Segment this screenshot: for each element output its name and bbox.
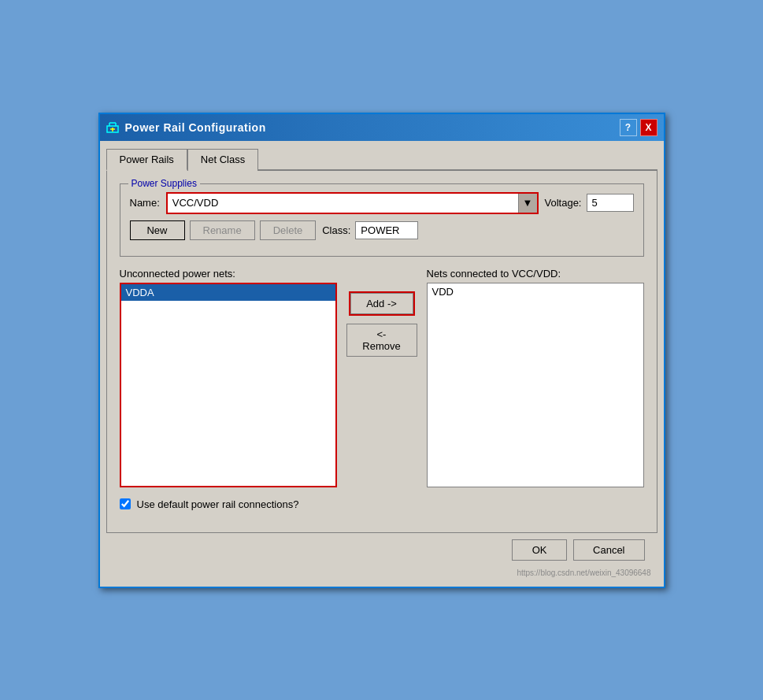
power-supplies-section: Power Supplies Name: VCC/VDD VCC VDD GND…: [120, 183, 644, 257]
watermark: https://blog.csdn.net/weixin_43096648: [106, 567, 657, 580]
add-button[interactable]: Add ->: [350, 293, 413, 314]
title-bar-left: Power Rail Configuration: [106, 121, 266, 134]
voltage-group: Voltage:: [545, 194, 634, 212]
dropdown-arrow-icon[interactable]: ▼: [518, 194, 537, 213]
voltage-label: Voltage:: [545, 197, 582, 209]
app-icon: [106, 121, 119, 134]
title-bar-buttons: ? X: [620, 119, 657, 136]
checkbox-label: Use default power rail connections?: [137, 498, 299, 510]
new-button[interactable]: New: [130, 220, 185, 240]
add-remove-column: Add -> <- Remove: [346, 268, 417, 357]
remove-button[interactable]: <- Remove: [346, 324, 417, 357]
tab-net-class[interactable]: Net Class: [187, 149, 258, 171]
tab-content-power-rails: Power Supplies Name: VCC/VDD VCC VDD GND…: [106, 171, 657, 533]
class-group: Class:: [322, 221, 418, 239]
cancel-button[interactable]: Cancel: [573, 539, 644, 561]
class-input[interactable]: [355, 221, 418, 239]
tab-power-rails[interactable]: Power Rails: [106, 149, 187, 171]
unconnected-nets-section: Unconnected power nets: VDDA: [120, 268, 337, 487]
unconnected-listbox[interactable]: VDDA: [120, 283, 337, 487]
title-bar: Power Rail Configuration ? X: [100, 114, 664, 141]
connected-nets-section: Nets connected to VCC/VDD: VDD: [427, 268, 644, 487]
name-voltage-row: Name: VCC/VDD VCC VDD GND ▼ Voltage:: [130, 192, 634, 214]
rename-button[interactable]: Rename: [190, 220, 255, 240]
net-lists-area: Unconnected power nets: VDDA Add -> <- R…: [120, 268, 644, 487]
connected-label: Nets connected to VCC/VDD:: [427, 268, 644, 280]
name-dropdown[interactable]: VCC/VDD VCC VDD GND: [168, 194, 518, 212]
close-button[interactable]: X: [640, 119, 657, 136]
tabs: Power Rails Net Class: [106, 147, 657, 171]
ok-button[interactable]: OK: [512, 539, 567, 561]
connected-listbox[interactable]: VDD: [427, 283, 644, 487]
add-button-wrapper: Add ->: [349, 291, 415, 316]
default-connections-checkbox[interactable]: [120, 498, 131, 509]
power-supplies-legend: Power Supplies: [128, 178, 200, 189]
new-rename-delete-buttons: New Rename Delete: [130, 220, 317, 240]
dialog-body: Power Rails Net Class Power Supplies Nam…: [100, 141, 664, 587]
net-item-vdda[interactable]: VDDA: [121, 284, 335, 301]
window-title: Power Rail Configuration: [125, 121, 266, 134]
bottom-buttons: OK Cancel: [106, 533, 657, 567]
buttons-class-row: New Rename Delete Class:: [130, 220, 634, 240]
class-label: Class:: [322, 224, 350, 236]
delete-button[interactable]: Delete: [260, 220, 317, 240]
help-button[interactable]: ?: [620, 119, 637, 136]
name-label: Name:: [130, 197, 160, 209]
dialog-window: Power Rail Configuration ? X Power Rails…: [98, 113, 665, 588]
unconnected-label: Unconnected power nets:: [120, 268, 337, 280]
net-item-vdd[interactable]: VDD: [428, 283, 643, 300]
checkbox-row: Use default power rail connections?: [120, 498, 644, 510]
voltage-input[interactable]: [587, 194, 634, 212]
name-dropdown-wrapper: VCC/VDD VCC VDD GND ▼: [166, 192, 539, 214]
